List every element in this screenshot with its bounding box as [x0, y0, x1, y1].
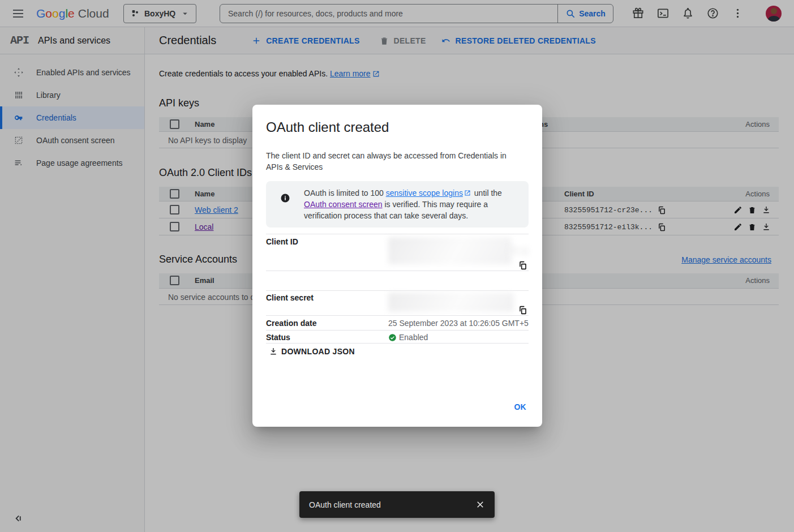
copy-client-secret-icon[interactable] [518, 306, 527, 315]
divider [266, 234, 529, 234]
dialog-body-text: The client ID and secret can always be a… [266, 150, 515, 173]
divider [266, 271, 529, 271]
info-banner-text: OAuth is limited to 100 sensitive scope … [304, 187, 520, 221]
info-text-2: until the [472, 188, 502, 198]
download-icon [269, 347, 278, 356]
divider [266, 330, 529, 331]
info-icon [280, 193, 290, 203]
copy-client-id-icon[interactable] [518, 261, 527, 270]
sensitive-scope-logins-link[interactable]: sensitive scope logins [386, 188, 463, 198]
client-secret-label: Client secret [266, 293, 314, 302]
client-id-redacted-value [388, 237, 512, 264]
oauth-consent-screen-link[interactable]: OAuth consent screen [304, 200, 383, 209]
status-value-line: Enabled [388, 333, 428, 342]
client-secret-redacted-value [388, 293, 514, 312]
client-id-redacted-value [508, 247, 529, 255]
divider [266, 343, 529, 344]
status-check-icon [388, 333, 397, 342]
ok-button[interactable]: OK [508, 399, 532, 415]
toast-close-icon[interactable] [475, 499, 486, 510]
info-banner: OAuth is limited to 100 sensitive scope … [266, 181, 529, 228]
creation-date-label: Creation date [266, 319, 316, 328]
info-text-1: OAuth is limited to 100 [304, 188, 386, 198]
oauth-client-created-dialog: OAuth client created The client ID and s… [252, 105, 542, 427]
snackbar-toast: OAuth client created [299, 491, 495, 518]
divider [266, 290, 529, 291]
divider [266, 315, 529, 316]
external-link-icon [464, 190, 471, 196]
dialog-title: OAuth client created [266, 119, 389, 135]
client-id-label: Client ID [266, 237, 298, 246]
status-value: Enabled [399, 333, 428, 342]
creation-date-value: 25 September 2023 at 10:26:05 GMT+5 [388, 319, 529, 328]
download-json-button[interactable]: DOWNLOAD JSON [269, 347, 355, 356]
toast-message: OAuth client created [309, 500, 381, 509]
download-json-label: DOWNLOAD JSON [281, 347, 355, 356]
status-label: Status [266, 333, 290, 342]
